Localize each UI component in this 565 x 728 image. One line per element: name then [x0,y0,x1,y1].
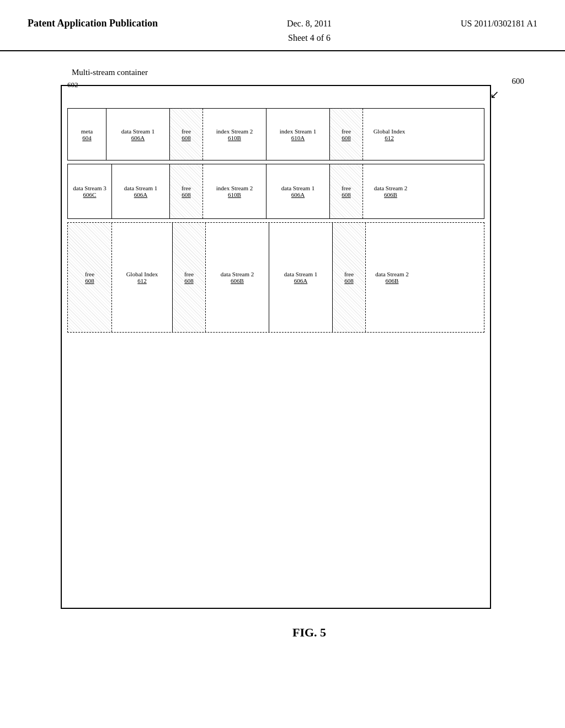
ds2b-mid: data Stream 2 606B [206,223,269,332]
sheet-number: Sheet 4 of 6 [288,33,331,42]
ds1a-mid-ref: 606A [294,277,307,284]
free5-ref: 608 [85,277,94,284]
ds1a2-block: data Stream 1 606A [112,164,170,218]
date-sheet: Dec. 8, 2011 Sheet 4 of 6 [287,17,332,45]
idx2b2-ref: 610B [228,191,241,198]
free4-label: free [342,185,351,191]
row-3: free 608 Global Index 612 free 608 data … [67,222,484,333]
ds1a3-ref: 606A [291,191,305,198]
free6-block: free 608 [173,223,206,332]
ds2b-bot-ref: 606B [386,277,399,284]
ds2b-bot-label: data Stream 2 [375,271,408,277]
ds2b-bot: data Stream 2 606B [366,223,418,332]
global-idx-mid-label: Global Index [126,271,158,277]
fig-label: FIG. 5 [292,625,326,640]
global-idx-mid: Global Index 612 [112,223,173,332]
free6-ref: 608 [184,277,194,284]
global-idx-mid-ref: 612 [137,277,147,284]
free2-block: free 608 [330,109,363,160]
idx2b-label: index Stream 2 [216,128,253,135]
meta-block: meta 604 [68,109,106,160]
ds1a2-label: data Stream 1 [124,185,157,191]
container-label: Multi-stream container [72,68,148,77]
free3-block: free 608 [170,164,203,218]
free7-ref: 608 [344,277,354,284]
meta-ref: 604 [82,135,92,141]
page-header: Patent Application Publication Dec. 8, 2… [0,0,565,51]
free3-label: free [182,185,191,191]
ds2b-top: data Stream 2 606B [363,164,418,218]
ds1a-mid: data Stream 1 606A [269,223,333,332]
row-1: meta 604 data Stream 1 606A free 608 ind… [67,108,484,160]
row-2: data Stream 3 606C data Stream 1 606A fr… [67,164,484,219]
idx2b-block: index Stream 2 610B [203,109,266,160]
ds2b-top-ref: 606B [384,191,397,198]
free6-label: free [184,271,194,277]
free2-ref: 608 [342,135,351,141]
ds3c-label: data Stream 3 [73,185,106,191]
global-idx-top-ref: 612 [385,135,394,141]
ds2b-top-label: data Stream 2 [374,185,407,191]
diagram-wrapper: 600 ↙ 602 meta 604 data Stream 1 606A fr… [61,85,530,609]
idx1a-ref: 610A [291,135,305,141]
free1-label: free [182,128,191,135]
ds1a-ref: 606A [131,135,145,141]
idx1a-block: index Stream 1 610A [266,109,330,160]
ds1a2-ref: 606A [134,191,147,198]
global-idx-top: Global Index 612 [363,109,415,160]
free5-label: free [85,271,94,277]
ds2b-mid-ref: 606B [231,277,244,284]
idx2b2-block: index Stream 2 610B [203,164,266,218]
ds1a3-block: data Stream 1 606A [266,164,330,218]
idx1a-label: index Stream 1 [280,128,317,135]
ds3c-block: data Stream 3 606C [68,164,112,218]
global-idx-top-label: Global Index [374,128,406,135]
idx2b2-label: index Stream 2 [216,185,253,191]
free5-block: free 608 [68,223,112,332]
free7-label: free [344,271,354,277]
free2-label: free [342,128,351,135]
free1-ref: 608 [182,135,191,141]
free4-ref: 608 [342,191,351,198]
ref-600-label: 600 [512,77,525,86]
free4-block: free 608 [330,164,363,218]
outer-box: 602 meta 604 data Stream 1 606A free 608… [61,85,491,609]
arrow-600: ↙ [490,88,499,101]
main-content: Multi-stream container 600 ↙ 602 meta 60… [0,51,565,656]
idx2b-ref: 610B [228,135,241,141]
ds1a-label: data Stream 1 [121,128,154,135]
ds1a3-label: data Stream 1 [281,185,315,191]
meta-label: meta [81,128,93,135]
ds1a-block: data Stream 1 606A [106,109,170,160]
ref-602-label: 602 [67,81,78,89]
patent-number: US 2011/0302181 A1 [461,17,537,31]
publication-date: Dec. 8, 2011 [287,19,332,28]
free3-ref: 608 [182,191,191,198]
publication-title: Patent Application Publication [28,17,158,30]
free1-block: free 608 [170,109,203,160]
free7-block: free 608 [333,223,366,332]
ds2b-mid-label: data Stream 2 [221,271,254,277]
ds3c-ref: 606C [83,191,97,198]
ds1a-mid-label: data Stream 1 [284,271,317,277]
